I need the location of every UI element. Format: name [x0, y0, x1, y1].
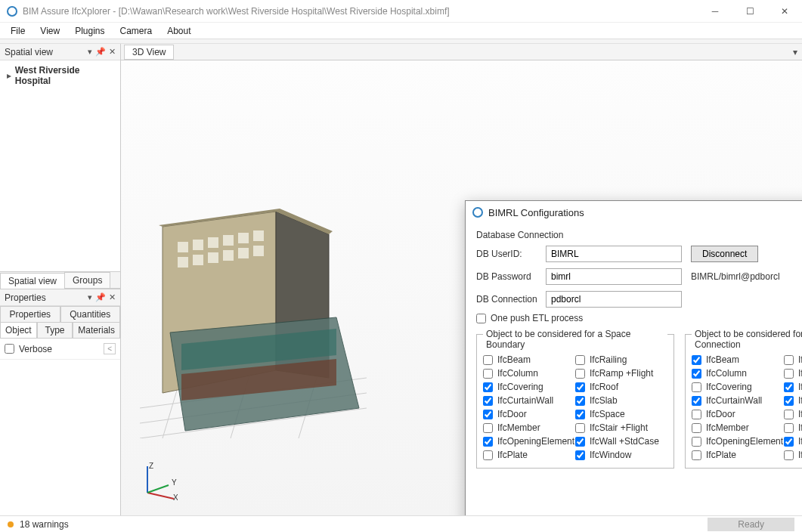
cb-g2-stair[interactable]: IfcStair +Flight: [784, 422, 802, 433]
cb-g1-member[interactable]: IfcMember: [483, 422, 575, 433]
disconnect-button[interactable]: Disconnect: [691, 246, 758, 262]
cb-g1-curtain[interactable]: IfcCurtainWall: [483, 395, 575, 406]
cb-g1-column[interactable]: IfcColumn: [483, 368, 575, 379]
checkbox-curtain[interactable]: [483, 396, 493, 406]
props-close-icon[interactable]: ✕: [109, 292, 116, 302]
menu-camera[interactable]: Camera: [113, 23, 160, 39]
props-pin-icon[interactable]: 📌: [95, 292, 106, 302]
checkbox-member[interactable]: [692, 423, 701, 433]
verbose-checkbox[interactable]: [5, 344, 14, 354]
checkbox-space[interactable]: [575, 410, 585, 419]
ptab-type[interactable]: Type: [37, 323, 73, 339]
tab-groups[interactable]: Groups: [64, 272, 110, 288]
menu-view[interactable]: View: [33, 23, 67, 39]
3d-canvas[interactable]: Z Y X B R: [121, 60, 802, 515]
checkbox-opening[interactable]: [483, 437, 493, 447]
cb-g2-column[interactable]: IfcColumn: [692, 368, 784, 379]
cb-g2-roof[interactable]: IfcRoof: [784, 382, 802, 392]
cb-label-space: IfcSpace: [798, 409, 802, 419]
ptab-properties[interactable]: Properties: [0, 306, 60, 323]
panel-pin-icon[interactable]: 📌: [95, 47, 106, 57]
cb-g2-ramp[interactable]: IfcRamp +Flight: [784, 368, 802, 379]
collapse-arrow-icon[interactable]: <: [104, 343, 116, 354]
minimize-button[interactable]: ─: [698, 0, 732, 23]
checkbox-ramp[interactable]: [575, 369, 585, 379]
cb-g2-plate[interactable]: IfcPlate: [692, 450, 784, 460]
menu-plugins[interactable]: Plugins: [67, 23, 112, 39]
checkbox-curtain[interactable]: [692, 396, 701, 406]
checkbox-railing[interactable]: [575, 355, 585, 365]
checkbox-railing[interactable]: [784, 355, 794, 365]
db-conn-input[interactable]: [546, 291, 682, 308]
checkbox-plate[interactable]: [692, 450, 701, 460]
cb-g2-wall[interactable]: IfcWall +StdCase: [784, 436, 802, 447]
tab-3d-view[interactable]: 3D View: [124, 45, 174, 60]
menu-about[interactable]: About: [159, 23, 198, 39]
cb-g1-covering[interactable]: IfcCovering: [483, 382, 575, 392]
cb-g2-member[interactable]: IfcMember: [692, 422, 784, 433]
cb-g2-opening[interactable]: IfcOpeningElement: [692, 436, 784, 447]
db-pass-input[interactable]: [546, 268, 682, 285]
ptab-object[interactable]: Object: [0, 323, 37, 339]
cb-g1-stair[interactable]: IfcStair +Flight: [575, 422, 667, 433]
checkbox-window[interactable]: [784, 450, 794, 460]
cb-g1-opening[interactable]: IfcOpeningElement: [483, 436, 575, 447]
checkbox-covering[interactable]: [692, 382, 701, 392]
close-button[interactable]: ✕: [767, 0, 802, 23]
axis-gizmo[interactable]: Z Y X: [140, 462, 178, 500]
checkbox-plate[interactable]: [483, 450, 493, 460]
cb-g1-ramp[interactable]: IfcRamp +Flight: [575, 368, 667, 379]
checkbox-wall[interactable]: [575, 437, 585, 447]
cb-g2-curtain[interactable]: IfcCurtainWall: [692, 395, 784, 406]
checkbox-ramp[interactable]: [784, 369, 794, 379]
cb-g1-railing[interactable]: IfcRailing: [575, 354, 667, 365]
cb-g2-space[interactable]: IfcSpace: [784, 409, 802, 419]
cb-g1-wall[interactable]: IfcWall +StdCase: [575, 436, 667, 447]
cb-g1-door[interactable]: IfcDoor: [483, 409, 575, 419]
panel-dropdown-icon[interactable]: ▾: [88, 47, 92, 57]
checkbox-roof[interactable]: [784, 382, 794, 392]
cb-g1-roof[interactable]: IfcRoof: [575, 382, 667, 392]
onepush-checkbox[interactable]: [476, 314, 486, 323]
cb-g2-door[interactable]: IfcDoor: [692, 409, 784, 419]
checkbox-member[interactable]: [483, 423, 493, 433]
db-user-input[interactable]: [546, 246, 682, 262]
ptab-materials[interactable]: Materials: [73, 323, 120, 339]
cb-g1-beam[interactable]: IfcBeam: [483, 354, 575, 365]
checkbox-column[interactable]: [692, 369, 701, 379]
tree-root[interactable]: ▸ West Riverside Hospital: [3, 63, 117, 88]
panel-close-icon[interactable]: ✕: [109, 47, 116, 57]
cb-g1-window[interactable]: IfcWindow: [575, 450, 667, 460]
checkbox-slab[interactable]: [575, 396, 585, 406]
checkbox-beam[interactable]: [483, 355, 493, 365]
checkbox-stair[interactable]: [575, 423, 585, 433]
props-dropdown-icon[interactable]: ▾: [88, 292, 92, 302]
checkbox-column[interactable]: [483, 369, 493, 379]
cb-g2-window[interactable]: IfcWindow: [784, 450, 802, 460]
cb-g2-slab[interactable]: IfcSlab: [784, 395, 802, 406]
checkbox-door[interactable]: [692, 410, 701, 419]
cb-g1-plate[interactable]: IfcPlate: [483, 450, 575, 460]
cb-g2-beam[interactable]: IfcBeam: [692, 354, 784, 365]
cb-g2-covering[interactable]: IfcCovering: [692, 382, 784, 392]
warnings-label[interactable]: 18 warnings: [20, 519, 69, 530]
checkbox-opening[interactable]: [692, 437, 701, 447]
checkbox-covering[interactable]: [483, 382, 493, 392]
checkbox-wall[interactable]: [784, 437, 794, 447]
checkbox-slab[interactable]: [784, 396, 794, 406]
cb-g1-slab[interactable]: IfcSlab: [575, 395, 667, 406]
checkbox-space[interactable]: [784, 410, 794, 419]
cb-g2-railing[interactable]: IfcRailing: [784, 354, 802, 365]
cb-g1-space[interactable]: IfcSpace: [575, 409, 667, 419]
view-tab-menu-icon[interactable]: ▾: [793, 47, 797, 57]
checkbox-window[interactable]: [575, 450, 585, 460]
maximize-button[interactable]: ☐: [732, 0, 767, 23]
tab-spatial-view[interactable]: Spatial view: [0, 273, 65, 289]
checkbox-door[interactable]: [483, 410, 493, 419]
ptab-quantities[interactable]: Quantities: [60, 306, 121, 323]
tree-expand-icon[interactable]: ▸: [5, 70, 14, 81]
menu-file[interactable]: File: [3, 23, 33, 39]
checkbox-beam[interactable]: [692, 355, 701, 365]
checkbox-roof[interactable]: [575, 382, 585, 392]
checkbox-stair[interactable]: [784, 423, 794, 433]
